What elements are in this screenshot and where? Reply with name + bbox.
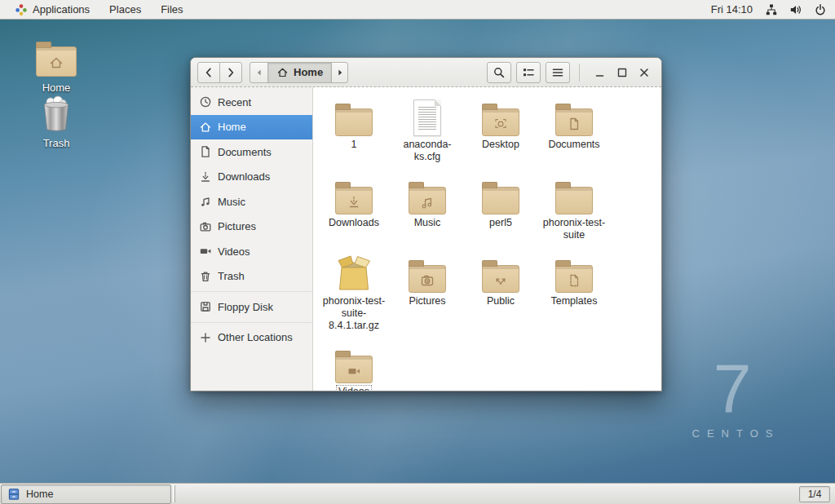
file-videos[interactable]: Videos (317, 338, 391, 391)
file-grid: 1anaconda-ks.cfgDesktopDocumentsDownload… (317, 91, 661, 391)
sidebar-item-other-locations[interactable]: Other Locations (191, 325, 312, 351)
watermark-numeral: 7 (675, 356, 789, 421)
emblem-download-icon (345, 193, 363, 211)
places-sidebar: RecentHomeDocumentsDownloadsMusicPicture… (191, 87, 313, 391)
archive-icon (334, 254, 373, 293)
sidebar-item-music[interactable]: Music (191, 189, 312, 214)
sidebar-item-documents[interactable]: Documents (191, 139, 312, 165)
menu-label: Places (109, 3, 141, 15)
trash-can-icon (27, 98, 86, 132)
file-label: phoronix-test-suite-8.4.1.tar.gz (319, 295, 389, 332)
back-button[interactable] (197, 62, 220, 83)
clock[interactable]: Fri 14:10 (711, 3, 753, 15)
desktop-icon-trash[interactable]: Trash (27, 98, 86, 149)
sidebar-item-floppy-disk[interactable]: Floppy Disk (191, 294, 312, 320)
sidebar-item-label: Home (218, 121, 246, 133)
folder-icon (409, 265, 446, 293)
menu-applications[interactable]: Applications (5, 0, 99, 19)
desktop-root: { "panel": { "menus": [ { "label": "Appl… (0, 0, 835, 504)
sidebar-item-downloads[interactable]: Downloads (191, 165, 312, 190)
close-button[interactable] (633, 62, 655, 83)
file-downloads[interactable]: Downloads (317, 169, 391, 247)
forward-button[interactable] (219, 62, 242, 83)
watermark-name: CENTOS (675, 427, 789, 440)
menu-label: Files (161, 3, 183, 15)
menu-places[interactable]: Places (99, 0, 151, 19)
file-label: Documents (548, 139, 599, 151)
file-public[interactable]: Public (464, 247, 537, 338)
view-list-button[interactable] (516, 62, 541, 83)
path-bar: Home (250, 62, 348, 83)
menu-files[interactable]: Files (151, 0, 192, 19)
file-perl5[interactable]: perl5 (464, 169, 537, 247)
music-icon (199, 195, 212, 208)
folder-icon (482, 265, 519, 293)
file-label: 1 (351, 139, 357, 151)
search-button[interactable] (487, 62, 511, 83)
folder-icon (482, 108, 519, 136)
file-templates[interactable]: Templates (537, 247, 611, 338)
emblem-camera-icon (418, 272, 436, 290)
path-scroll-left-button[interactable] (250, 62, 268, 83)
menu-button[interactable] (546, 62, 570, 83)
view-list-icon (522, 66, 535, 79)
minimize-button[interactable] (589, 62, 611, 83)
sidebar-item-videos[interactable]: Videos (191, 239, 312, 264)
file-1[interactable]: 1 (317, 91, 391, 169)
sidebar-item-home[interactable]: Home (191, 115, 312, 140)
maximize-icon (616, 66, 629, 79)
sidebar-item-trash[interactable]: Trash (191, 264, 312, 290)
chevron-left-icon (202, 66, 215, 79)
folder-icon (335, 108, 373, 136)
chevron-right-icon (224, 66, 237, 79)
file-desktop[interactable]: Desktop (464, 91, 537, 169)
file-documents[interactable]: Documents (537, 91, 611, 169)
home-icon (199, 121, 212, 134)
file-music[interactable]: Music (391, 169, 464, 247)
maximize-button[interactable] (611, 62, 633, 83)
file-anaconda-ks-cfg[interactable]: anaconda-ks.cfg (391, 91, 464, 169)
emblem-music-icon (418, 193, 436, 211)
file-label: Pictures (409, 295, 445, 307)
sidebar-item-label: Videos (218, 245, 250, 258)
emblem-share-icon (492, 272, 510, 290)
camera-icon (199, 220, 212, 233)
folder-icon (335, 187, 373, 214)
network-icon[interactable] (765, 3, 778, 16)
sidebar-item-label: Music (218, 196, 245, 208)
file-pictures[interactable]: Pictures (391, 247, 464, 338)
pager-label: 1/4 (808, 489, 822, 500)
sidebar-item-label: Other Locations (218, 331, 293, 343)
applications-icon (15, 3, 28, 16)
sidebar-item-label: Recent (218, 96, 251, 108)
sidebar-item-label: Trash (218, 270, 245, 282)
taskbar-window-button[interactable]: Home (1, 484, 171, 504)
power-icon[interactable] (814, 3, 827, 16)
plus-icon (199, 331, 212, 344)
sidebar-item-recent[interactable]: Recent (191, 90, 312, 115)
file-label: Desktop (482, 139, 519, 151)
file-label: Videos (336, 386, 372, 391)
desktop-icon-home[interactable]: Home (27, 42, 86, 94)
toolbar-separator (579, 64, 580, 82)
file-label: perl5 (489, 217, 512, 229)
bottom-taskbar: Home 1/4 (0, 483, 835, 504)
desktop-icon-label: Home (27, 82, 86, 94)
panel-menus: ApplicationsPlacesFiles (0, 0, 193, 19)
folder-icon (482, 187, 519, 214)
file-phoronix-test-suite[interactable]: phoronix-test-suite (537, 169, 611, 247)
history-nav (197, 62, 242, 83)
files-pane: 1anaconda-ks.cfgDesktopDocumentsDownload… (313, 87, 661, 391)
path-button-home[interactable]: Home (267, 62, 332, 83)
sidebar-item-label: Floppy Disk (218, 301, 273, 313)
top-panel: ApplicationsPlacesFiles Fri 14:10 (0, 0, 835, 20)
home-folder-icon (27, 42, 86, 77)
volume-icon[interactable] (789, 3, 802, 16)
path-scroll-right-button[interactable] (331, 62, 348, 83)
workspace-pager[interactable]: 1/4 (799, 486, 830, 502)
file-phoronix-test-suite-8-4-1-tar-gz[interactable]: phoronix-test-suite-8.4.1.tar.gz (317, 247, 391, 338)
folder-icon (555, 108, 593, 136)
sidebar-item-pictures[interactable]: Pictures (191, 214, 312, 240)
taskbar-window-label: Home (26, 489, 53, 500)
folder-icon (555, 265, 593, 293)
